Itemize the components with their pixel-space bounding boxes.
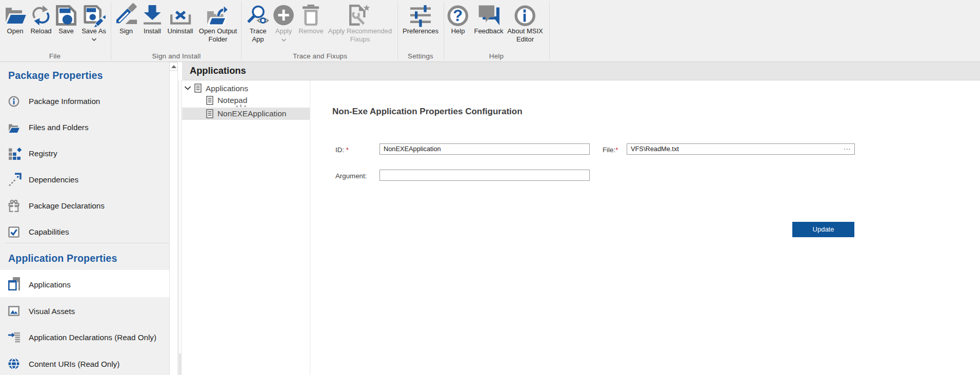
svg-text:?: ? (453, 7, 463, 25)
